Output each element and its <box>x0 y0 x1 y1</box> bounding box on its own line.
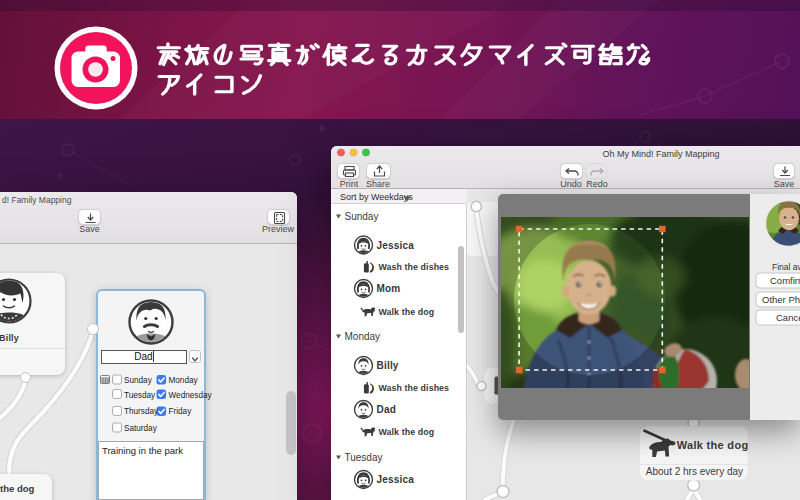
svg-text:Wash the dishes: Wash the dishes <box>379 383 450 393</box>
svg-text:Wednesday: Wednesday <box>169 390 213 399</box>
svg-text:Dad: Dad <box>377 404 397 415</box>
svg-text:Final avat: Final avat <box>772 262 800 272</box>
svg-text:Tuesday: Tuesday <box>345 452 383 463</box>
svg-text:Comfirm: Comfirm <box>770 275 800 286</box>
svg-text:Monday: Monday <box>169 376 199 385</box>
svg-text:Sort by Weekdays: Sort by Weekdays <box>340 192 413 202</box>
svg-text:Walk the dog: Walk the dog <box>676 439 748 451</box>
svg-text:Billy: Billy <box>377 360 399 371</box>
svg-text:Tuesday: Tuesday <box>124 390 156 399</box>
svg-text:Billy: Billy <box>0 333 19 343</box>
svg-text:Sunday: Sunday <box>345 211 379 222</box>
svg-text:Sunday: Sunday <box>124 376 153 385</box>
svg-text:Jessica: Jessica <box>377 474 415 485</box>
svg-text:Monday: Monday <box>345 331 381 342</box>
svg-text:Walk the dog: Walk the dog <box>379 427 435 437</box>
svg-text:About 2 hrs every day: About 2 hrs every day <box>645 466 742 477</box>
svg-text:Walk the dog: Walk the dog <box>379 307 435 317</box>
svg-text:Jessica: Jessica <box>377 240 415 251</box>
svg-text:Cance: Cance <box>776 312 800 323</box>
svg-text:Saturday: Saturday <box>124 424 158 433</box>
svg-text:Other Pho: Other Pho <box>762 294 800 305</box>
svg-text:Mom: Mom <box>377 283 401 294</box>
svg-text:Thursday: Thursday <box>124 407 159 416</box>
svg-text:Friday: Friday <box>169 407 193 416</box>
svg-text:Wash the dishes: Wash the dishes <box>379 262 450 272</box>
